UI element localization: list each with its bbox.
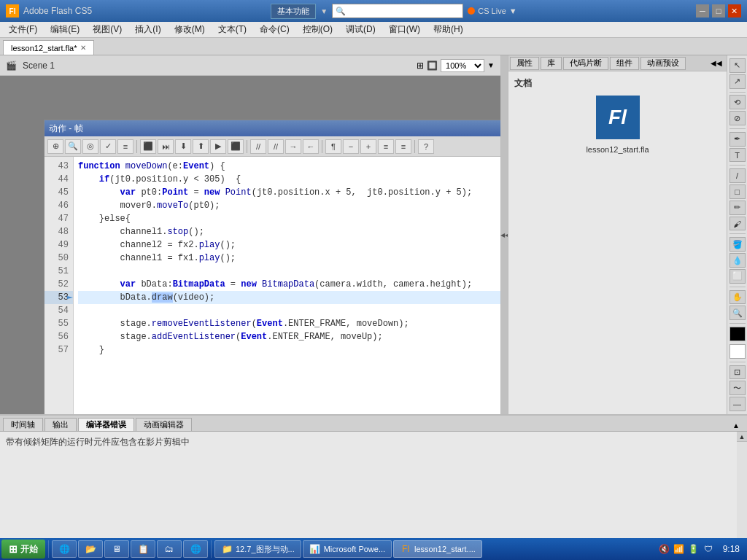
stroke-color-swatch[interactable] bbox=[729, 327, 746, 341]
tool-text[interactable]: T bbox=[729, 148, 746, 163]
menu-command[interactable]: 命令(C) bbox=[254, 23, 295, 37]
tool-rect[interactable]: □ bbox=[729, 184, 746, 199]
line-47: 47 bbox=[44, 212, 73, 225]
collapse-right-panel[interactable]: ◀◀ bbox=[500, 55, 508, 414]
menu-insert[interactable]: 插入(I) bbox=[129, 23, 166, 37]
tool-pen[interactable]: ✒ bbox=[729, 132, 746, 147]
uncomment-btn[interactable]: // bbox=[268, 139, 284, 154]
menu-window[interactable]: 窗口(W) bbox=[383, 23, 426, 37]
collapse-btn[interactable]: − bbox=[343, 139, 359, 154]
add-statement-btn[interactable]: ⊕ bbox=[47, 139, 63, 154]
taskbar-app2[interactable]: 📊 Microsoft Powe... bbox=[303, 540, 392, 558]
menu-view[interactable]: 视图(V) bbox=[87, 23, 128, 37]
right-tab-components[interactable]: 组件 bbox=[610, 57, 639, 70]
view-icon2[interactable]: 🔲 bbox=[427, 61, 438, 71]
tool-snap[interactable]: ⊡ bbox=[729, 365, 746, 380]
stop-btn[interactable]: ⬛ bbox=[228, 139, 244, 154]
document-tabs: lesson12_start.fla* ✕ bbox=[0, 38, 747, 55]
current-line-arrow bbox=[67, 295, 73, 300]
right-tab-snippets[interactable]: 代码片断 bbox=[563, 57, 608, 70]
title-bar-left: Fl Adobe Flash CS5 bbox=[6, 4, 92, 18]
taskbar-quicklaunch4[interactable]: 🗂 bbox=[157, 540, 182, 558]
expand-btn[interactable]: + bbox=[360, 139, 376, 154]
taskbar-quicklaunch5[interactable]: 🌐 bbox=[183, 540, 208, 558]
bottom-tab-timeline[interactable]: 时间轴 bbox=[3, 418, 43, 431]
tab-close-icon[interactable]: ✕ bbox=[80, 44, 86, 52]
check-syntax-btn[interactable]: ✓ bbox=[100, 139, 116, 154]
taskbar-app3[interactable]: Fl lesson12_start.... bbox=[393, 540, 482, 558]
tool-eraser[interactable]: ⬜ bbox=[729, 269, 746, 284]
tool-hand[interactable]: ✋ bbox=[729, 290, 746, 305]
bottom-tab-output[interactable]: 输出 bbox=[44, 418, 77, 431]
tool-line[interactable]: / bbox=[729, 168, 746, 183]
minimize-button[interactable]: ─ bbox=[696, 4, 709, 18]
bottom-scroll-up[interactable]: ▲ bbox=[737, 432, 747, 442]
panel-collapse-icon[interactable]: ◀◀ bbox=[708, 59, 725, 67]
step-out-btn[interactable]: ⬆ bbox=[193, 139, 209, 154]
step-over-btn[interactable]: ⏭ bbox=[158, 139, 174, 154]
menu-modify[interactable]: 修改(M) bbox=[169, 23, 211, 37]
tool-lasso[interactable]: ⊘ bbox=[729, 111, 746, 125]
taskbar-quicklaunch3[interactable]: 📋 bbox=[131, 540, 155, 558]
collapse-all-btn[interactable]: ≡ bbox=[378, 139, 394, 154]
taskbar-quicklaunch2[interactable]: 🖥 bbox=[104, 540, 129, 558]
right-tab-properties[interactable]: 属性 bbox=[510, 57, 539, 70]
show-hidden-btn[interactable]: ¶ bbox=[325, 139, 341, 154]
tool-smooth[interactable]: 〜 bbox=[729, 381, 746, 395]
taskbar-quicklaunch1[interactable]: 📂 bbox=[78, 540, 103, 558]
right-tab-library[interactable]: 库 bbox=[541, 57, 562, 70]
tool-transform[interactable]: ⟲ bbox=[729, 95, 746, 109]
tool-straighten[interactable]: — bbox=[729, 397, 746, 411]
doc-filename: lesson12_start.fla bbox=[586, 145, 649, 154]
tool-brush[interactable]: 🖌 bbox=[729, 217, 746, 231]
line-48: 48 bbox=[44, 225, 73, 238]
menu-file[interactable]: 文件(F) bbox=[3, 23, 43, 37]
tool-subselect[interactable]: ↗ bbox=[729, 74, 746, 89]
start-button[interactable]: ⊞ 开始 bbox=[1, 540, 45, 559]
tool-pencil[interactable]: ✏ bbox=[729, 201, 746, 215]
search-input[interactable] bbox=[346, 7, 460, 15]
cs-live-dropdown[interactable]: ▼ bbox=[509, 7, 517, 15]
feature-dropdown-icon[interactable]: ▼ bbox=[320, 7, 328, 15]
tool-eyedrop[interactable]: 💧 bbox=[729, 253, 746, 268]
menu-help[interactable]: 帮助(H) bbox=[427, 23, 469, 37]
code-content[interactable]: function moveDown(e:Event) { if(jt0.posi… bbox=[74, 157, 500, 414]
tool-select[interactable]: ↖ bbox=[729, 58, 746, 73]
menu-debug[interactable]: 调试(D) bbox=[340, 23, 382, 37]
right-tab-animation[interactable]: 动画预设 bbox=[640, 57, 686, 70]
continue-btn[interactable]: ▶ bbox=[210, 139, 226, 154]
search-btn[interactable]: 🔍 bbox=[65, 139, 81, 154]
debug-btn[interactable]: ⬛ bbox=[140, 139, 156, 154]
maximize-button[interactable]: □ bbox=[712, 4, 725, 18]
right-panel-tabs: 属性 库 代码片断 组件 动画预设 ◀◀ bbox=[508, 55, 727, 71]
insert-target-btn[interactable]: ◎ bbox=[82, 139, 98, 154]
taskbar-explorer[interactable]: 🌐 bbox=[52, 540, 77, 558]
comment-btn[interactable]: // bbox=[250, 139, 266, 154]
indent-btn[interactable]: → bbox=[285, 139, 301, 154]
menu-control[interactable]: 控制(O) bbox=[297, 23, 338, 37]
zoom-dropdown[interactable]: ▼ bbox=[487, 61, 495, 69]
line-56: 56 bbox=[44, 330, 73, 343]
tool-sep6 bbox=[729, 323, 746, 324]
tool-sep4 bbox=[729, 233, 746, 234]
quicklaunch-icon5: 🌐 bbox=[190, 543, 201, 555]
menu-text[interactable]: 文本(T) bbox=[212, 23, 252, 37]
line-57: 57 bbox=[44, 343, 73, 357]
help-btn[interactable]: ? bbox=[418, 139, 434, 154]
bottom-expand-icon[interactable]: ▲ bbox=[728, 421, 744, 429]
zoom-select[interactable]: 100% 50% 200% bbox=[441, 59, 484, 72]
close-button[interactable]: ✕ bbox=[728, 4, 741, 18]
bottom-tab-animation[interactable]: 动画编辑器 bbox=[136, 418, 192, 431]
outdent-btn[interactable]: ← bbox=[303, 139, 319, 154]
tool-zoom[interactable]: 🔍 bbox=[729, 306, 746, 320]
taskbar-app1[interactable]: 📁 12.7_图形与动... bbox=[214, 540, 301, 558]
menu-edit[interactable]: 编辑(E) bbox=[44, 23, 85, 37]
view-icon1[interactable]: ⊞ bbox=[417, 61, 424, 71]
bottom-tab-compiler[interactable]: 编译器错误 bbox=[78, 418, 134, 431]
auto-format-btn[interactable]: ≡ bbox=[117, 139, 133, 154]
expand-all-btn[interactable]: ≡ bbox=[395, 139, 411, 154]
tool-paint-bucket[interactable]: 🪣 bbox=[729, 237, 746, 252]
fill-color-swatch[interactable] bbox=[729, 344, 746, 359]
tab-lesson12[interactable]: lesson12_start.fla* ✕ bbox=[3, 40, 94, 55]
step-in-btn[interactable]: ⬇ bbox=[175, 139, 191, 154]
